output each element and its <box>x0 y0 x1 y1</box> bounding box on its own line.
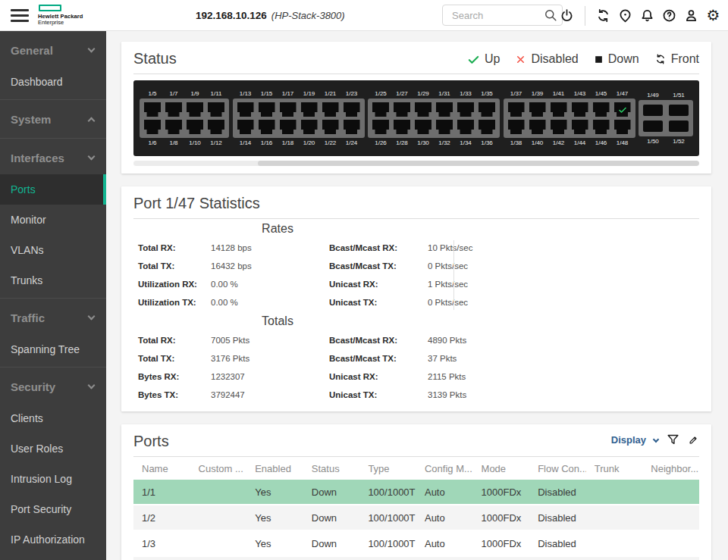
port-block <box>233 99 365 138</box>
port-1-49[interactable] <box>643 105 663 116</box>
port-1-37[interactable] <box>508 102 525 117</box>
search-icon[interactable] <box>543 8 558 23</box>
port-1-8[interactable] <box>165 120 182 134</box>
column-header-custom[interactable]: Custom ... <box>190 457 247 480</box>
sidebar-section-header-system[interactable]: System <box>0 102 106 136</box>
port-1-36[interactable] <box>479 120 495 134</box>
cell: Down <box>303 531 360 557</box>
sidebar-item-monitor[interactable]: Monitor <box>0 205 106 235</box>
sidebar-item-clients[interactable]: Clients <box>0 403 106 433</box>
port-1-25[interactable] <box>372 102 389 117</box>
port-1-21[interactable] <box>322 102 339 117</box>
port-1-34[interactable] <box>457 120 474 134</box>
edit-icon[interactable] <box>688 434 699 446</box>
port-1-45[interactable] <box>593 102 610 117</box>
port-1-28[interactable] <box>394 120 410 134</box>
port-1-48[interactable] <box>614 120 631 134</box>
port-1-40[interactable] <box>529 120 546 134</box>
chevron-down-icon[interactable] <box>653 436 659 442</box>
column-header-mode[interactable]: Mode <box>473 457 530 480</box>
port-1-32[interactable] <box>436 120 453 134</box>
column-header-name[interactable]: Name <box>133 457 190 480</box>
sidebar-item-ports[interactable]: Ports <box>0 174 106 205</box>
filter-icon[interactable] <box>666 433 680 447</box>
port-1-26[interactable] <box>372 120 389 134</box>
port-1-14[interactable] <box>237 120 254 134</box>
column-header-flow-con[interactable]: Flow Con... <box>529 457 586 480</box>
sidebar-section-header-traffic[interactable]: Traffic <box>0 301 106 334</box>
port-1-29[interactable] <box>415 102 431 117</box>
port-1-16[interactable] <box>259 120 275 134</box>
port-1-35[interactable] <box>479 102 495 117</box>
port-1-50[interactable] <box>643 120 663 132</box>
sidebar-item-port-security[interactable]: Port Security <box>0 494 106 524</box>
sidebar-section-traffic: TrafficSpanning Tree <box>0 298 106 367</box>
port-1-12[interactable] <box>208 120 224 134</box>
legend-down: Down <box>594 52 639 66</box>
column-header-trunk[interactable]: Trunk <box>586 457 643 480</box>
help-icon[interactable] <box>661 8 677 23</box>
settings-icon[interactable]: ⚙ <box>705 8 721 23</box>
port-1-27[interactable] <box>394 102 410 117</box>
port-1-11[interactable] <box>208 102 224 117</box>
port-label: 1/29 <box>415 90 431 97</box>
port-1-22[interactable] <box>322 120 339 134</box>
port-1-30[interactable] <box>415 120 431 134</box>
port-1-23[interactable] <box>344 102 360 117</box>
sidebar-section-header-security[interactable]: Security <box>0 370 106 403</box>
port-1-51[interactable] <box>669 105 689 116</box>
sidebar-section-header-general[interactable]: General <box>0 33 106 67</box>
column-header-config-m[interactable]: Config M... <box>416 457 473 480</box>
port-1-18[interactable] <box>280 120 297 134</box>
port-1-43[interactable] <box>572 102 588 117</box>
table-row-1-3[interactable]: 1/3YesDown100/1000TAuto1000FDxDisabled <box>133 531 699 557</box>
port-1-44[interactable] <box>572 120 588 134</box>
cell: Disabled <box>529 480 586 505</box>
port-1-10[interactable] <box>187 120 203 134</box>
port-1-19[interactable] <box>301 102 318 117</box>
table-row-1-2[interactable]: 1/2YesDown100/1000TAuto1000FDxDisabled <box>133 505 699 531</box>
port-1-15[interactable] <box>259 102 275 117</box>
sidebar-item-ip-authorization[interactable]: IP Authorization <box>0 524 106 555</box>
column-header-enabled[interactable]: Enabled <box>246 457 303 480</box>
sidebar-item-trunks[interactable]: Trunks <box>0 265 106 296</box>
port-1-17[interactable] <box>280 102 297 117</box>
port-1-41[interactable] <box>551 102 567 117</box>
power-icon[interactable] <box>559 8 575 23</box>
port-1-47[interactable] <box>614 102 631 117</box>
notifications-icon[interactable] <box>639 8 655 23</box>
port-1-39[interactable] <box>529 102 546 117</box>
port-1-24[interactable] <box>344 120 360 134</box>
table-row-1-1[interactable]: 1/1YesDown100/1000TAuto1000FDxDisabled <box>133 480 699 505</box>
sidebar-item-vlans[interactable]: VLANs <box>0 235 106 265</box>
sidebar-item-spanning-tree[interactable]: Spanning Tree <box>0 334 106 364</box>
port-1-38[interactable] <box>508 120 525 134</box>
sidebar-item-dashboard[interactable]: Dashboard <box>0 67 106 97</box>
port-1-13[interactable] <box>237 102 254 117</box>
port-1-5[interactable] <box>144 102 161 117</box>
port-1-9[interactable] <box>187 102 203 117</box>
table-row-partial[interactable] <box>133 557 699 560</box>
port-1-33[interactable] <box>457 102 474 117</box>
menu-icon[interactable] <box>11 9 29 22</box>
column-header-status[interactable]: Status <box>303 457 360 480</box>
column-header-neighbor[interactable]: Neighbor... <box>642 457 699 480</box>
sidebar-item-intrusion-log[interactable]: Intrusion Log <box>0 464 106 494</box>
port-1-20[interactable] <box>301 120 318 134</box>
brand-line2: Enterprise <box>38 20 83 26</box>
sync-icon[interactable] <box>595 8 611 23</box>
port-1-42[interactable] <box>551 120 567 134</box>
port-1-31[interactable] <box>436 102 453 117</box>
sidebar-item-user-roles[interactable]: User Roles <box>0 433 106 464</box>
port-1-6[interactable] <box>144 120 161 134</box>
column-header-type[interactable]: Type <box>359 457 416 480</box>
port-1-46[interactable] <box>593 120 610 134</box>
port-1-7[interactable] <box>165 102 182 117</box>
device-ip: 192.168.10.126 <box>196 10 267 21</box>
sidebar-section-header-interfaces[interactable]: Interfaces <box>0 141 106 174</box>
display-dropdown[interactable]: Display <box>611 434 646 446</box>
location-icon[interactable] <box>617 8 633 23</box>
panel-scrollbar-thumb[interactable] <box>258 161 699 166</box>
port-1-52[interactable] <box>669 120 689 132</box>
user-icon[interactable] <box>683 8 699 23</box>
